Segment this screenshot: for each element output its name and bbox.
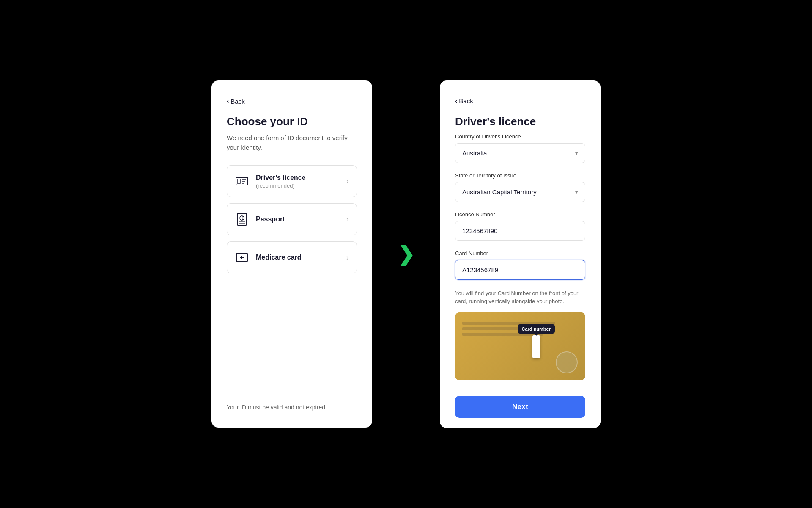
medicare-text: Medicare card <box>256 254 302 261</box>
card-number-bar <box>532 335 540 358</box>
right-chevron-left-icon: ‹ <box>455 97 457 105</box>
medicare-option-left: Medicare card <box>234 249 302 265</box>
right-panel-title: Driver's licence <box>455 115 585 128</box>
passport-option[interactable]: Passport › <box>227 203 357 235</box>
state-select-wrapper: Australian Capital Territory New South W… <box>455 182 585 202</box>
right-back-label: Back <box>459 97 473 105</box>
drivers-licence-icon <box>234 173 250 189</box>
card-number-input[interactable] <box>455 260 585 280</box>
state-label: State or Territory of Issue <box>455 172 585 179</box>
chevron-left-icon: ‹ <box>227 97 229 105</box>
left-panel-subtitle: We need one form of ID document to verif… <box>227 133 357 152</box>
svg-rect-5 <box>237 213 247 225</box>
state-select[interactable]: Australian Capital Territory New South W… <box>455 182 585 202</box>
right-panel-body: ‹ Back Driver's licence Country of Drive… <box>440 80 601 389</box>
country-select[interactable]: Australia New Zealand United Kingdom Uni… <box>455 143 585 163</box>
medicare-card-option[interactable]: Medicare card › <box>227 241 357 273</box>
right-back-link[interactable]: ‹ Back <box>455 97 585 105</box>
licence-number-input[interactable] <box>455 221 585 241</box>
passport-text: Passport <box>256 215 285 223</box>
licence-card-illustration: Card number <box>455 312 585 380</box>
left-back-link[interactable]: ‹ Back <box>227 97 357 105</box>
country-select-wrapper: Australia New Zealand United Kingdom Uni… <box>455 143 585 163</box>
card-number-hint: You will find your Card Number on the fr… <box>455 289 585 306</box>
left-back-label: Back <box>230 98 244 105</box>
country-label: Country of Driver's Licence <box>455 133 585 140</box>
arrow-divider: ❯ <box>398 242 414 266</box>
left-panel: ‹ Back Choose your ID We need one form o… <box>211 80 372 428</box>
tooltip-bubble: Card number <box>518 324 555 334</box>
licence-card-inner: Card number <box>455 312 585 380</box>
svg-rect-1 <box>237 179 241 183</box>
licence-card-photo <box>556 351 578 373</box>
medicare-label: Medicare card <box>256 254 302 261</box>
right-panel-footer: Next <box>440 389 601 428</box>
left-panel-title: Choose your ID <box>227 115 357 128</box>
card-number-label: Card Number <box>455 250 585 257</box>
drivers-licence-option[interactable]: Driver's licence (recommended) › <box>227 165 357 197</box>
drivers-licence-option-left: Driver's licence (recommended) <box>234 173 306 189</box>
svg-rect-0 <box>236 177 248 185</box>
validity-note: Your ID must be valid and not expired <box>227 394 357 411</box>
drivers-licence-text: Driver's licence (recommended) <box>256 174 306 189</box>
passport-chevron-icon: › <box>346 215 349 224</box>
medicare-chevron-icon: › <box>346 253 349 262</box>
drivers-licence-chevron-icon: › <box>346 177 349 186</box>
right-panel: ‹ Back Driver's licence Country of Drive… <box>440 80 601 428</box>
card-number-tooltip: Card number <box>518 324 555 358</box>
drivers-licence-sublabel: (recommended) <box>256 182 306 189</box>
medicare-icon <box>234 249 250 265</box>
drivers-licence-label: Driver's licence <box>256 174 306 182</box>
licence-number-label: Licence Number <box>455 211 585 218</box>
next-button[interactable]: Next <box>455 396 585 418</box>
passport-label: Passport <box>256 215 285 223</box>
passport-option-left: Passport <box>234 211 285 227</box>
passport-icon <box>234 211 250 227</box>
